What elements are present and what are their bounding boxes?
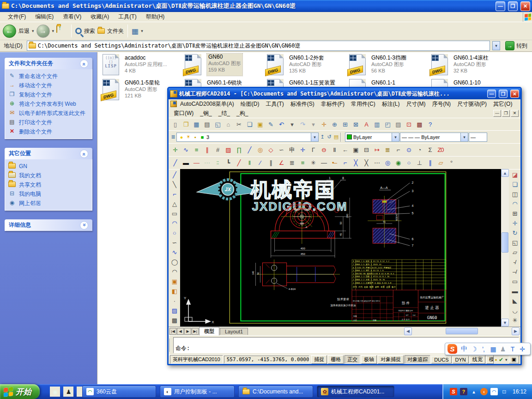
revcloud-icon[interactable]: ∽ xyxy=(169,238,179,248)
tab-prev-button[interactable]: ◀ xyxy=(177,328,184,335)
polar-toggle[interactable]: 极轴 xyxy=(361,355,377,364)
xref-icon[interactable]: ⊡ xyxy=(404,119,414,129)
menu-acad2008[interactable]: AutoCAD2008菜单(A) xyxy=(177,100,237,109)
quick-launch-360-icon[interactable]: ◉ xyxy=(50,387,60,397)
publish-icon[interactable]: ⌂ xyxy=(223,119,233,129)
cut-icon[interactable]: ✂ xyxy=(234,119,244,129)
details-header[interactable]: 详细信息 « xyxy=(5,219,92,231)
back-icon[interactable]: ← xyxy=(3,24,16,38)
layer-combo[interactable]: ●☀▪■ 3 ▾ xyxy=(176,133,319,142)
break-point-icon[interactable]: ▭ xyxy=(510,277,520,286)
leader-icon[interactable]: Γ xyxy=(308,145,318,155)
hatch-fill-icon[interactable]: ▨ xyxy=(223,145,233,155)
mdi-restore-button[interactable]: ❐ xyxy=(502,110,510,117)
cad-close-button[interactable]: ✕ xyxy=(510,90,519,98)
start-button[interactable]: 开始 xyxy=(0,384,40,399)
skew-b-icon[interactable]: ∕ xyxy=(255,158,265,168)
ortho-toggle[interactable]: 正交 xyxy=(345,355,360,364)
color-combo[interactable]: ByLayer ▾ xyxy=(345,133,399,142)
explorer-titlebar[interactable]: C:\Documents and Settings\Administrator\… xyxy=(0,0,532,12)
menu-favorites[interactable]: 收藏(A) xyxy=(86,12,113,22)
taskbar-item-360cloud[interactable]: ◠ 360云盘 xyxy=(82,386,156,398)
address-input[interactable]: C:\Documents and Settings\Administrator\… xyxy=(27,41,490,51)
address-dropdown-icon[interactable]: ▾ xyxy=(492,41,500,50)
mdi-close-button[interactable]: ✕ xyxy=(511,110,519,117)
rectangle-icon[interactable]: ▭ xyxy=(169,209,179,218)
places-header[interactable]: 其它位置 « xyxy=(5,148,92,159)
gradient-icon[interactable]: ▩ xyxy=(169,315,179,325)
file-gn60-1-3[interactable]: DWG GN60.1-3挡圈 AutoCAD 图形56 KB xyxy=(348,54,428,76)
cad-minimize-button[interactable]: — xyxy=(487,90,496,98)
menu-nonstandard[interactable]: 非标件(F) xyxy=(318,100,348,109)
copy-clip-icon[interactable]: ❏ xyxy=(244,119,254,129)
menu-annotate[interactable]: 标注(L) xyxy=(379,100,403,109)
copy-icon[interactable]: ❏ xyxy=(510,180,520,189)
corner-b-icon[interactable]: ┗ xyxy=(223,158,233,168)
menu-jie[interactable]: _结_ xyxy=(215,109,233,118)
layer-freeze-icon[interactable]: ☀ xyxy=(185,133,191,141)
slot-icon[interactable]: ⊖ xyxy=(319,145,329,155)
arrow-left-icon[interactable]: ← xyxy=(340,145,350,155)
folders-icon[interactable] xyxy=(97,28,105,34)
eq-b-icon[interactable]: ≡ xyxy=(297,158,308,168)
back-dropdown-icon[interactable]: ▾ xyxy=(32,29,34,33)
task-copy[interactable]: ❐复制这个文件 xyxy=(8,91,89,98)
undo-list-icon[interactable]: ▾ xyxy=(287,119,297,129)
mirror-icon[interactable]: ◫ xyxy=(510,189,520,199)
array-icon[interactable]: ⊞ xyxy=(510,209,520,218)
views-icon[interactable]: ▦ xyxy=(132,27,139,36)
forward-icon[interactable]: → xyxy=(36,24,50,38)
menu-dim-drive[interactable]: 尺寸驱动(P) xyxy=(454,100,490,109)
ime-keyboard-icon[interactable]: ▦ xyxy=(489,344,497,354)
polygon-icon[interactable]: △ xyxy=(169,199,179,209)
scrollbar-thumb[interactable] xyxy=(502,232,508,253)
task-move[interactable]: →移动这个文件 xyxy=(8,82,89,89)
menu-view[interactable]: 查看(V) xyxy=(59,12,85,22)
polygon2-icon[interactable]: ◇ xyxy=(266,145,276,155)
sogou-logo-icon[interactable]: S xyxy=(447,344,457,354)
line-icon[interactable]: ╱ xyxy=(169,170,179,180)
tab-next-button[interactable]: ▶ xyxy=(184,328,191,335)
rows-b-icon[interactable]: ≣ xyxy=(287,158,297,168)
stretch-icon[interactable]: ▱ xyxy=(510,248,520,257)
ime-chinese-icon[interactable]: 中 xyxy=(460,344,468,354)
menu-tools[interactable]: 工具(T) xyxy=(262,100,287,109)
search-label[interactable]: 搜索 xyxy=(84,27,95,35)
redo-list-icon[interactable]: ▾ xyxy=(308,119,318,129)
ime-halfmoon-icon[interactable]: ☽ xyxy=(470,344,478,354)
ime-punct-icon[interactable]: ’, xyxy=(479,344,487,354)
tray-helper-icon[interactable]: ? xyxy=(460,388,467,395)
hatch-icon[interactable]: ▨ xyxy=(169,306,179,315)
point-icon[interactable]: · xyxy=(169,296,179,306)
dim-style-icon[interactable]: ↦ xyxy=(372,145,382,155)
menu-file[interactable]: 文件(F) xyxy=(4,12,30,22)
text-style-icon[interactable]: A xyxy=(361,119,371,129)
mline-icon[interactable]: ≡ xyxy=(191,145,201,155)
rebar-icon[interactable]: # xyxy=(212,145,223,155)
align-h-icon[interactable]: ⊟ xyxy=(361,145,371,155)
menu-help[interactable]: 帮助(H) xyxy=(142,12,169,22)
snap-point-icon[interactable]: ✛ xyxy=(170,145,180,155)
match-properties-icon[interactable]: ✎ xyxy=(266,119,276,129)
blk-b-icon[interactable]: ▱ xyxy=(435,158,446,168)
up-folder-button[interactable]: ↑ xyxy=(56,26,67,36)
polyline-icon[interactable]: ⌐ xyxy=(169,189,179,199)
circle-icon[interactable]: ○ xyxy=(169,228,179,238)
layer-manager-icon[interactable]: ≣ xyxy=(170,133,176,141)
tray-360cloud-icon[interactable]: ◠ xyxy=(490,388,498,395)
center-mark-icon[interactable]: ⊙ xyxy=(404,145,414,155)
menu-steel[interactable]: _钢_ xyxy=(197,109,215,118)
rotate-icon[interactable]: ↻ xyxy=(510,228,520,238)
block-editor-icon[interactable]: ◰ xyxy=(382,119,393,129)
taskbar-item-explorer[interactable]: C:\Documents and... xyxy=(238,386,313,398)
redo-icon[interactable]: ↷ xyxy=(297,119,308,129)
corner-icon[interactable]: ⌐ xyxy=(393,145,403,155)
cloud2-icon[interactable]: ∽ xyxy=(276,145,286,155)
restore-button[interactable]: ❐ xyxy=(508,1,518,11)
link-b-icon[interactable]: •– xyxy=(329,158,339,168)
erase-icon[interactable]: ◪ xyxy=(510,170,520,180)
wave-icon[interactable]: ∿ xyxy=(181,145,191,155)
angle-b-icon[interactable]: ∠ xyxy=(276,158,286,168)
table-cell-icon[interactable]: ∏ xyxy=(234,145,244,155)
help-icon[interactable]: ? xyxy=(425,119,435,129)
